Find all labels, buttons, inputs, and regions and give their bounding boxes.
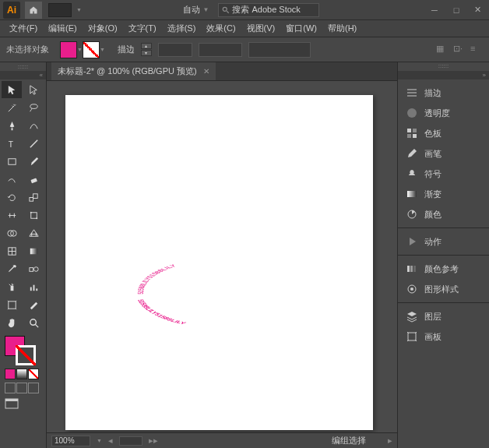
mesh-tool[interactable] [2, 242, 22, 259]
panel-artboards[interactable]: 画板 [398, 326, 489, 347]
menu-object[interactable]: 对象(O) [83, 21, 122, 36]
svg-rect-16 [29, 267, 33, 271]
panel-symbols[interactable]: 符号 [398, 164, 489, 184]
magic-wand-tool[interactable] [2, 99, 22, 116]
panel-actions[interactable]: 动作 [398, 231, 489, 252]
panel-label: 画板 [424, 331, 442, 343]
svg-rect-37 [410, 266, 413, 272]
chevron-down-icon[interactable]: ▼ [100, 47, 105, 52]
options-bar: 未选择对象 ▼ ▼ 描边 ▴▾ ▦ ⊡· ≡ [0, 37, 489, 62]
eyedropper-tool[interactable] [2, 260, 22, 277]
perspective-tool[interactable] [23, 224, 44, 242]
gradient-tool[interactable] [23, 242, 44, 259]
draw-behind-button[interactable] [16, 383, 27, 393]
svg-rect-36 [407, 266, 410, 272]
curvature-tool[interactable] [23, 117, 44, 134]
color-control[interactable] [0, 333, 46, 367]
gradient-button[interactable] [16, 369, 27, 379]
menu-type[interactable]: 文字(T) [124, 21, 161, 36]
nav-prev-icon[interactable]: ◂ [108, 436, 113, 446]
panel-swatches[interactable]: 色板 [398, 123, 489, 143]
options-menu-icon[interactable]: ≡ [470, 44, 483, 56]
rectangle-tool[interactable] [2, 153, 22, 170]
menu-file[interactable]: 文件(F) [5, 21, 42, 36]
symbol-sprayer-tool[interactable] [2, 278, 22, 295]
chevron-down-icon[interactable]: ▼ [97, 438, 102, 443]
blend-tool[interactable] [23, 260, 44, 277]
draw-normal-button[interactable] [5, 383, 16, 393]
hand-tool[interactable] [2, 314, 22, 331]
pen-tool[interactable] [2, 117, 22, 134]
panel-grip[interactable]: :::::: [398, 62, 489, 72]
panel-label: 符号 [424, 168, 442, 180]
svg-point-10 [30, 211, 31, 213]
workspace-label[interactable]: 自动 [183, 4, 200, 16]
panel-label: 渐变 [424, 189, 442, 200]
panel-layers[interactable]: 图层 [398, 306, 489, 326]
close-tab-icon[interactable]: ✕ [203, 67, 209, 76]
expand-button[interactable]: » [398, 72, 489, 79]
collapse-button[interactable]: « [0, 72, 46, 79]
style-combo[interactable] [248, 42, 311, 58]
close-button[interactable]: ✕ [470, 4, 486, 16]
panel-gradient[interactable]: 渐变 [398, 184, 489, 204]
panel-graphic-styles[interactable]: 图形样式 [398, 279, 489, 299]
width-tool[interactable] [2, 206, 22, 224]
scale-tool[interactable] [23, 189, 44, 206]
artboard-tool[interactable] [2, 296, 22, 313]
panel-color-guide[interactable]: 颜色参考 [398, 259, 489, 279]
slice-tool[interactable] [23, 296, 44, 313]
canvas[interactable]: 51588LILY51588LILY 51588LILY51588LILY [47, 81, 397, 432]
document-tab[interactable]: 未标题-2* @ 100% (RGB/GPU 预览) ✕ [51, 62, 216, 80]
layout-select[interactable] [48, 3, 72, 17]
fill-swatch[interactable] [60, 41, 77, 58]
stroke-weight-stepper[interactable]: ▴▾ [141, 43, 152, 57]
chevron-down-icon[interactable]: ▼ [77, 47, 83, 52]
stroke-color-box[interactable] [16, 345, 36, 365]
menu-effect[interactable]: 效果(C) [202, 21, 240, 36]
chevron-down-icon[interactable]: ▼ [203, 6, 209, 13]
panel-transparency[interactable]: 透明度 [398, 103, 489, 123]
stroke-swatch[interactable] [83, 41, 100, 58]
search-input[interactable]: 搜索 Adobe Stock [218, 3, 319, 17]
maximize-button[interactable]: □ [449, 4, 464, 16]
panel-grip[interactable]: :::::: [0, 62, 46, 72]
minimize-button[interactable]: ─ [427, 4, 442, 16]
zoom-tool[interactable] [23, 314, 44, 331]
brush-combo[interactable] [199, 43, 242, 57]
solid-color-button[interactable] [5, 369, 16, 379]
shape-builder-tool[interactable] [2, 224, 22, 242]
artboard-nav-input[interactable] [119, 436, 142, 446]
line-tool[interactable] [23, 135, 44, 152]
rotate-tool[interactable] [2, 189, 22, 206]
menu-select[interactable]: 选择(S) [163, 21, 201, 36]
direct-selection-tool[interactable] [23, 81, 44, 98]
paintbrush-tool[interactable] [23, 153, 44, 170]
home-button[interactable] [25, 2, 42, 19]
none-color-button[interactable] [28, 369, 39, 379]
draw-inside-button[interactable] [28, 383, 39, 393]
status-dropdown-icon[interactable]: ▸ [388, 436, 392, 446]
selection-tool[interactable] [2, 81, 22, 98]
panel-color[interactable]: 颜色 [398, 204, 489, 224]
menu-help[interactable]: 帮助(H) [323, 21, 361, 36]
menu-view[interactable]: 视图(V) [242, 21, 280, 36]
free-transform-tool[interactable] [23, 206, 44, 224]
align-icon[interactable]: ▦ [436, 44, 449, 56]
menu-edit[interactable]: 编辑(E) [44, 21, 82, 36]
panel-brushes[interactable]: 画笔 [398, 143, 489, 164]
eraser-tool[interactable] [23, 171, 44, 188]
screen-mode-button[interactable] [0, 395, 46, 414]
svg-rect-26 [5, 399, 18, 401]
shaper-tool[interactable] [2, 171, 22, 188]
nav-next-icon[interactable]: ▸▸ [149, 436, 158, 446]
menu-window[interactable]: 窗口(W) [281, 21, 322, 36]
zoom-input[interactable]: 100% [51, 436, 90, 446]
stroke-weight-combo[interactable] [158, 43, 192, 57]
graph-tool[interactable] [23, 278, 44, 295]
transform-icon[interactable]: ⊡· [453, 44, 466, 56]
svg-rect-33 [413, 134, 417, 138]
type-tool[interactable]: T [2, 135, 22, 152]
panel-stroke[interactable]: 描边 [398, 83, 489, 103]
lasso-tool[interactable] [23, 99, 44, 116]
